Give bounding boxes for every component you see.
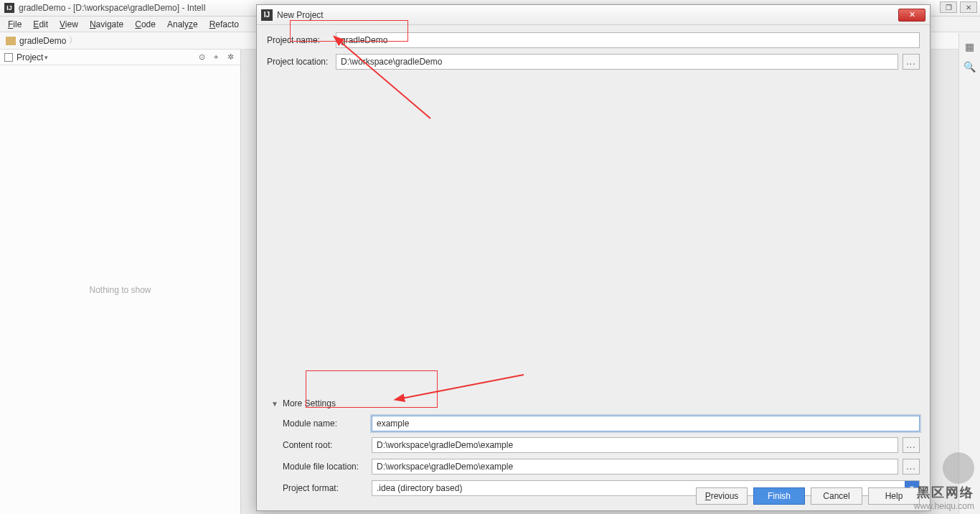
help-button[interactable]: Help	[868, 487, 920, 505]
menu-code[interactable]: Code	[130, 18, 161, 31]
new-project-dialog: IJ New Project ✕ Project name: Project l…	[256, 4, 930, 511]
project-tool-window: Project ▾ ⊙ ⌖ ✲ Nothing to show	[0, 50, 241, 514]
more-settings-label: More Settings	[283, 398, 336, 408]
breadcrumb-root[interactable]: gradleDemo	[19, 36, 66, 46]
project-icon	[4, 53, 13, 62]
menu-analyze[interactable]: Analyze	[162, 18, 203, 31]
project-location-label: Project location:	[267, 57, 336, 67]
project-name-input[interactable]	[336, 32, 920, 48]
window-close-button[interactable]: ✕	[960, 1, 977, 13]
menu-navigate[interactable]: Navigate	[85, 18, 128, 31]
project-format-label: Project format:	[283, 483, 372, 493]
project-empty-text: Nothing to show	[0, 65, 240, 514]
project-panel-title[interactable]: Project	[17, 52, 43, 62]
dialog-titlebar: IJ New Project ✕	[257, 5, 930, 25]
browse-module-file-button[interactable]: ...	[903, 459, 920, 475]
right-tool-gutter: ▦ 🔍	[958, 33, 980, 514]
chevron-down-icon[interactable]: ▾	[44, 54, 48, 61]
menu-refactor[interactable]: Refacto	[204, 18, 244, 31]
content-root-label: Content root:	[283, 440, 372, 450]
project-location-input[interactable]	[336, 54, 898, 70]
module-file-location-label: Module file location:	[283, 462, 372, 472]
module-name-label: Module name:	[283, 419, 372, 429]
grid-tool-icon[interactable]: ▦	[963, 40, 976, 53]
browse-location-button[interactable]: ...	[903, 54, 920, 70]
finish-button[interactable]: Finish	[753, 487, 805, 505]
menu-edit[interactable]: Edit	[28, 18, 53, 31]
intellij-icon: IJ	[261, 9, 273, 21]
dialog-close-button[interactable]: ✕	[898, 9, 925, 22]
search-icon[interactable]: 🔍	[963, 60, 976, 73]
content-root-input[interactable]	[372, 437, 898, 453]
folder-icon	[6, 37, 16, 45]
project-format-value: .idea (directory based)	[377, 483, 462, 493]
project-panel-header: Project ▾ ⊙ ⌖ ✲	[0, 50, 240, 65]
module-file-location-input[interactable]	[372, 459, 898, 475]
cancel-button[interactable]: Cancel	[811, 487, 862, 505]
window-restore-button[interactable]: ❐	[940, 1, 957, 13]
intellij-icon: IJ	[4, 3, 14, 13]
triangle-down-icon: ▼	[271, 400, 278, 408]
menu-view[interactable]: View	[55, 18, 83, 31]
dialog-title: New Project	[277, 10, 324, 20]
previous-button[interactable]: Previous	[696, 487, 748, 505]
browse-content-root-button[interactable]: ...	[903, 437, 920, 453]
collapse-icon[interactable]: ⊙	[196, 52, 207, 63]
ide-title: gradleDemo - [D:\workspace\gradleDemo] -…	[19, 3, 206, 13]
menu-file[interactable]: File	[3, 18, 27, 31]
more-settings-toggle[interactable]: ▼ More Settings	[271, 398, 920, 408]
chevron-right-icon: 〉	[69, 34, 77, 47]
target-icon[interactable]: ⌖	[210, 52, 222, 63]
gear-icon[interactable]: ✲	[225, 52, 236, 63]
module-name-input[interactable]	[372, 416, 920, 431]
project-name-label: Project name:	[267, 35, 336, 45]
